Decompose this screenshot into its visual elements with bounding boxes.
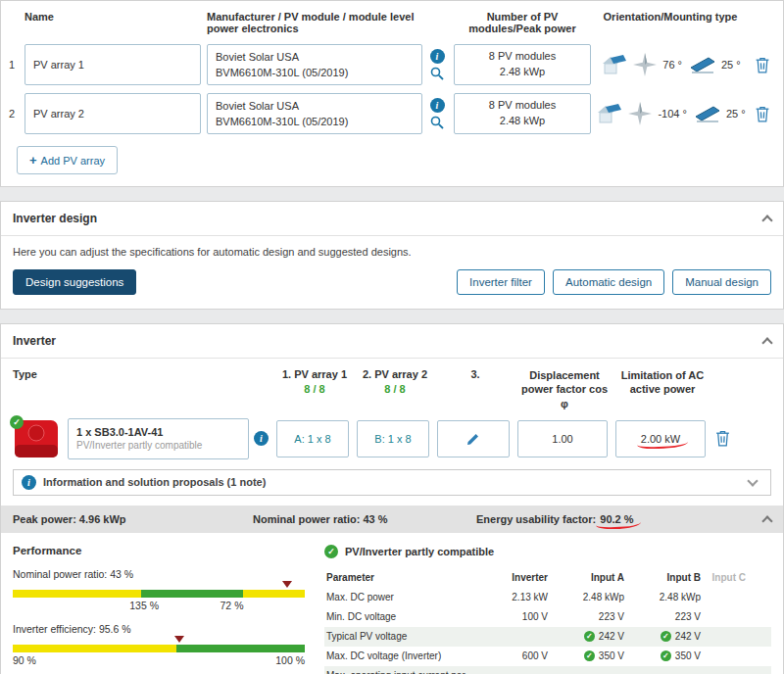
col-input-c: Input C [701,570,746,586]
plus-icon: + [29,153,37,168]
peak-power-summary: Peak power: 4.96 kWp [13,513,253,525]
nominal-power-ratio-summary: Nominal power ratio: 43 % [253,513,476,525]
header-orientation: Orientation/Mounting type [591,11,750,23]
input-a-box[interactable]: A: 1 x 8 [276,420,349,457]
module-count-text: 8 PV modules [489,49,556,65]
npr-label-left: 135 % [129,600,159,611]
detail-panels: Performance Nominal power ratio: 43 % 13… [1,533,783,674]
delete-icon[interactable] [750,106,775,122]
row-index: 1 [9,59,24,71]
check-icon: ✓ [661,650,671,661]
inverter-title-row: Inverter [1,324,783,359]
inverter-image: ✓ [13,418,60,459]
param-label: Max. DC voltage (Inverter) [326,649,485,664]
inverter-design-title-row: Inverter design [1,202,783,236]
section-title: Inverter design [13,212,97,225]
input-b-value: 223 V [675,609,701,625]
pv-array-name-input[interactable] [24,93,201,134]
orientation-cell: -104 ° 25 ° [591,101,750,126]
info-icon[interactable]: i [430,98,445,113]
compat-row: Typical PV voltage ✓242 V ✓242 V [324,627,771,647]
information-proposals-row[interactable]: i Information and solution proposals (1 … [13,469,771,496]
collapse-icon[interactable] [761,215,772,225]
performance-title: Performance [13,545,305,556]
compatibility-title: PV/Inverter partly compatible [345,546,494,557]
info-icon[interactable]: i [254,431,269,446]
inverter-value: 100 V [485,609,548,625]
col-input-b: Input B [624,570,701,586]
design-suggestions-button[interactable]: Design suggestions [13,269,136,295]
module-model-text: BVM6610M-310L (05/2019) [216,66,414,81]
input-b-value: 2.48 kWp [660,590,701,605]
compatibility-header: ✓ PV/Inverter partly compatible [324,545,771,558]
array2-count: 8 / 8 [359,383,431,395]
manual-design-button[interactable]: Manual design [672,269,771,295]
compatibility-table: Parameter Inverter Input A Input B Input… [324,568,771,674]
cos-phi-field[interactable]: 1.00 [517,420,608,457]
ac-limit-field[interactable]: 2.00 kW [615,420,706,457]
nominal-power-ratio-meter: Nominal power ratio: 43 % 135 % 72 % [13,568,305,613]
module-selector[interactable]: Boviet Solar USA BVM6610M-310L (05/2019) [207,93,422,134]
inverter-filter-button[interactable]: Inverter filter [457,269,545,295]
param-label: Typical PV voltage [326,629,485,645]
inverter-select[interactable]: 1 x SB3.0-1AV-41 PV/Inverter partly comp… [68,418,249,459]
compatibility-panel: ✓ PV/Inverter partly compatible Paramete… [324,545,771,674]
energy-usability-summary: Energy usability factor: 90.2 % [476,513,763,525]
pv-array-section: Name Manufacturer / PV module / module l… [0,0,784,187]
efficiency-marker [174,636,184,643]
search-icon[interactable] [430,116,444,129]
header-manufacturer: Manufacturer / PV module / module level … [207,11,422,34]
mounting-icon[interactable] [692,104,721,123]
compat-row: Max. DC voltage (Inverter) 600 V ✓350 V … [324,647,771,666]
inverter-compat-note: PV/Inverter partly compatible [76,440,240,451]
module-selector[interactable]: Boviet Solar USA BVM6610M-310L (05/2019) [207,44,422,85]
input-a-value: 2.48 kWp [583,590,624,605]
collapse-icon[interactable] [761,337,772,348]
inverter-row: ✓ 1 x SB3.0-1AV-41 PV/Inverter partly co… [1,418,783,469]
array1-label: 1. PV array 1 [278,368,351,380]
input-c-edit-box[interactable] [437,420,510,457]
header-name: Name [24,11,201,23]
check-icon: ✓ [584,631,595,642]
search-icon[interactable] [430,67,444,80]
ac-limit-value: 2.00 kW [641,433,680,445]
inverter-value: 2.13 kW [485,590,548,605]
inverter-summary-bar: Peak power: 4.96 kWp Nominal power ratio… [1,506,783,533]
energy-usability-value: 90.2 % [600,513,633,525]
header-ac-limit: Limitation of AC active power [617,368,708,397]
efficiency-track [13,645,305,652]
design-description: Here you can adjust the specifications f… [1,236,783,260]
house-icon[interactable] [600,54,627,75]
compat-row: Min. DC voltage 100 V 223 V 223 V [324,607,771,627]
design-buttons: Design suggestions Inverter filter Autom… [1,260,783,309]
efficiency-label-max: 100 % [275,654,305,666]
efficiency-label-min: 90 % [13,654,36,666]
efficiency-caption: Inverter efficiency: 95.6 % [13,623,305,635]
section-title: Inverter [13,334,56,348]
compass-icon[interactable] [627,101,653,126]
input-b-box[interactable]: B: 1 x 8 [357,420,429,457]
delete-icon[interactable] [750,57,775,73]
design-buttons-right: Inverter filter Automatic design Manual … [449,269,771,295]
info-icon[interactable]: i [430,49,445,64]
input-a-value: 350 V [599,649,624,664]
collapse-icon[interactable] [761,515,772,526]
pv-array-name-input[interactable] [24,44,201,85]
inverter-efficiency-meter: Inverter efficiency: 95.6 % 90 % 100 % [13,623,305,668]
delete-icon[interactable] [715,430,730,447]
param-label: Min. DC voltage [326,609,485,625]
mounting-icon[interactable] [687,55,716,74]
automatic-design-button[interactable]: Automatic design [553,269,664,295]
compass-icon[interactable] [632,52,658,77]
array2-label: 2. PV array 2 [359,368,431,380]
house-icon[interactable] [595,103,622,124]
module-count-box[interactable]: 8 PV modules 2.48 kWp [454,93,591,134]
expand-icon[interactable] [747,475,758,486]
array1-count: 8 / 8 [278,383,351,395]
module-count-box[interactable]: 8 PV modules 2.48 kWp [454,44,591,85]
pv-table-header: Name Manufacturer / PV module / module l… [9,7,775,44]
param-label: Max. operating input current per MPPT [326,668,485,674]
header-cos-phi: Displacement power factor cos φ [519,368,610,410]
add-pv-array-button[interactable]: + Add PV array [17,146,118,174]
tilt-value: 25 ° [721,59,741,71]
